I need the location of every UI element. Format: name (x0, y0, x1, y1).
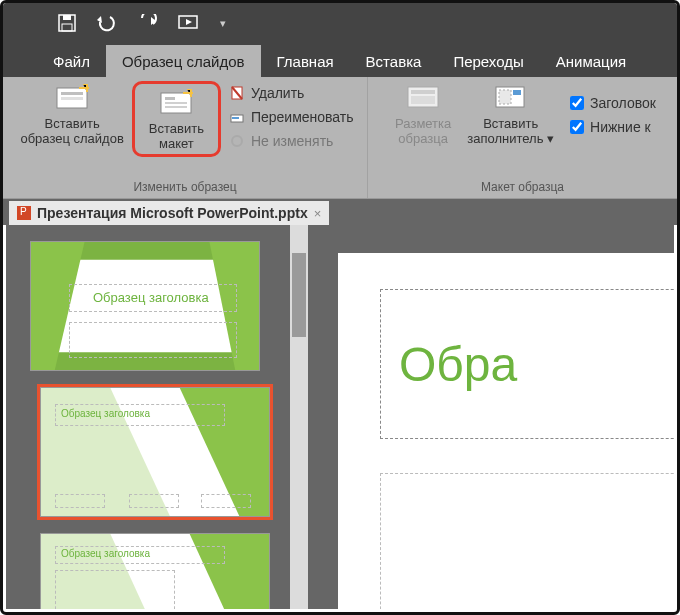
chevron-down-icon: ▾ (547, 131, 554, 146)
quick-access-toolbar: ▾ (3, 3, 677, 43)
svg-rect-6 (61, 97, 83, 100)
thumb2-title: Образец заголовка (61, 408, 150, 419)
title-placeholder-text: Обра (399, 337, 517, 392)
master-layout-label-1: Разметка (395, 117, 451, 132)
svg-rect-8 (165, 97, 175, 100)
tab-slide-master[interactable]: Образец слайдов (106, 45, 261, 77)
footers-checkbox-label: Нижние к (590, 119, 651, 135)
preserve-label: Не изменять (251, 133, 333, 149)
redo-icon[interactable] (138, 14, 158, 32)
svg-rect-2 (62, 24, 72, 31)
thumbnail-layout-2[interactable]: Образец заголовка (40, 533, 270, 609)
svg-rect-14 (232, 117, 239, 119)
svg-rect-17 (411, 90, 435, 94)
close-tab-icon[interactable]: × (314, 206, 322, 221)
delete-button[interactable]: Удалить (225, 81, 358, 105)
footers-checkbox-row[interactable]: Нижние к (568, 115, 658, 139)
insert-layout-highlight: Вставить макет (132, 81, 221, 157)
tab-insert[interactable]: Вставка (350, 45, 438, 77)
document-tab[interactable]: Презентация Microsoft PowerPoint.pptx × (9, 201, 329, 225)
tab-animations[interactable]: Анимация (540, 45, 642, 77)
svg-rect-10 (165, 106, 187, 108)
slide-canvas-area[interactable]: Обра (308, 225, 674, 609)
footers-checkbox[interactable] (570, 120, 584, 134)
rename-label: Переименовать (251, 109, 354, 125)
scrollbar-thumb[interactable] (292, 253, 306, 337)
preserve-button[interactable]: Не изменять (225, 129, 358, 153)
tab-transitions[interactable]: Переходы (437, 45, 539, 77)
master-layout-icon (406, 85, 440, 111)
preserve-icon (229, 133, 245, 149)
workspace: Образец заголовка Образец заголовка (6, 225, 674, 609)
insert-layout-label-1: Вставить (149, 122, 204, 137)
document-tabs: Презентация Microsoft PowerPoint.pptx × (3, 199, 677, 225)
slide-canvas[interactable]: Обра (338, 253, 674, 609)
insert-layout-label-2: макет (159, 137, 194, 152)
group-edit-label: Изменить образец (9, 180, 361, 198)
rename-icon (229, 109, 245, 125)
master-layout-label-2: образца (398, 132, 448, 147)
tab-home[interactable]: Главная (261, 45, 350, 77)
thumbnail-pane[interactable]: Образец заголовка Образец заголовка (6, 225, 308, 609)
thumb1-title: Образец заголовка (93, 290, 209, 305)
title-checkbox[interactable] (570, 96, 584, 110)
tab-file[interactable]: Файл (37, 45, 106, 77)
rename-button[interactable]: Переименовать (225, 105, 358, 129)
thumbnail-master[interactable]: Образец заголовка (30, 241, 260, 371)
delete-icon (229, 85, 245, 101)
thumb3-title: Образец заголовка (61, 548, 150, 559)
insert-slide-master-button[interactable]: Вставить образец слайдов (12, 81, 131, 147)
svg-rect-18 (411, 96, 435, 104)
svg-rect-20 (499, 90, 511, 104)
thumbnail-layout-selected[interactable]: Образец заголовка (40, 387, 270, 517)
svg-rect-21 (513, 90, 521, 95)
layout-icon (159, 90, 193, 116)
thumbnail-scrollbar[interactable] (290, 225, 308, 609)
slideshow-icon[interactable] (178, 14, 200, 32)
master-layout-button[interactable]: Разметка образца (387, 81, 459, 147)
placeholder-icon (494, 85, 528, 111)
group-layout-label: Макет образца (374, 180, 671, 198)
svg-rect-9 (165, 102, 187, 104)
insert-master-label-1: Вставить (45, 117, 100, 132)
ribbon-tabs: Файл Образец слайдов Главная Вставка Пер… (3, 43, 677, 77)
document-title: Презентация Microsoft PowerPoint.pptx (37, 205, 308, 221)
ribbon: Вставить образец слайдов Вставить макет (3, 77, 677, 199)
undo-icon[interactable] (96, 14, 118, 32)
svg-rect-5 (61, 92, 83, 95)
qat-customize-icon[interactable]: ▾ (220, 17, 226, 30)
title-placeholder[interactable]: Обра (380, 289, 674, 439)
title-checkbox-row[interactable]: Заголовок (568, 91, 658, 115)
title-checkbox-label: Заголовок (590, 95, 656, 111)
insert-layout-button[interactable]: Вставить макет (141, 86, 212, 152)
svg-rect-1 (63, 15, 71, 20)
slide-master-icon (55, 85, 89, 111)
insert-placeholder-button[interactable]: Вставить заполнитель ▾ (459, 81, 562, 147)
delete-label: Удалить (251, 85, 304, 101)
content-placeholder[interactable] (380, 473, 674, 609)
save-icon[interactable] (58, 14, 76, 32)
insert-master-label-2: образец слайдов (20, 132, 123, 147)
insert-placeholder-label-2: заполнитель ▾ (467, 132, 554, 147)
powerpoint-file-icon (17, 206, 31, 220)
svg-point-15 (232, 136, 242, 146)
insert-placeholder-label-1: Вставить (483, 117, 538, 132)
